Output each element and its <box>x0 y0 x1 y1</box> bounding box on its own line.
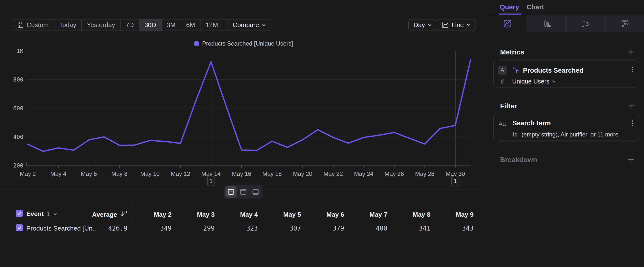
cell-value: 299 <box>172 225 214 232</box>
analytics-app: CustomTodayYesterday7D30D3M6M12MXTD Comp… <box>0 0 644 267</box>
x-axis-label: May 22 <box>324 170 343 177</box>
data-series-line <box>28 60 470 151</box>
line-chart: 1K800600400200May 2May 4May 6May 8May 10… <box>0 0 487 191</box>
breakdown-header: Breakdown <box>500 156 537 164</box>
query-sidebar: Query Chart <box>488 0 644 267</box>
x-axis-label: May 2 <box>20 170 36 177</box>
view-layout-control <box>224 185 263 199</box>
add-metric-button[interactable] <box>627 48 635 56</box>
filter-card[interactable]: Aa Search term Is (empty string), Air pu… <box>494 114 639 141</box>
metric-kebab-menu[interactable] <box>631 66 634 74</box>
row-average-value: 426.9 <box>0 225 128 232</box>
aggregation-prefix: # <box>500 78 504 85</box>
x-axis-label: May 28 <box>415 170 434 177</box>
metric-name: Products Searched <box>523 67 584 74</box>
chevron-down-icon <box>552 80 556 84</box>
y-axis-label: 200 <box>13 162 23 169</box>
table-row-border <box>0 236 487 236</box>
date-column-header: May 6 <box>301 211 344 218</box>
event-pointer-icon <box>512 66 521 75</box>
viz-tab-insights[interactable] <box>488 15 527 32</box>
x-axis-label: May 8 <box>112 170 128 177</box>
cell-value: 307 <box>258 225 301 232</box>
filter-property-name: Search term <box>512 119 551 127</box>
filter-operator[interactable]: Is <box>513 131 517 138</box>
date-column-header: May 4 <box>215 211 258 218</box>
add-filter-button[interactable] <box>627 102 635 110</box>
aggregation-dropdown[interactable]: Unique Users <box>512 78 556 85</box>
x-axis-label: May 24 <box>354 170 374 177</box>
table-only-view-icon <box>252 188 259 195</box>
viz-tab-bars[interactable] <box>527 15 566 32</box>
x-axis-label: May 10 <box>140 170 160 177</box>
viz-tab-flows[interactable] <box>566 15 606 32</box>
bar-chart-icon <box>542 19 551 28</box>
x-axis-label: May 6 <box>81 170 97 177</box>
viz-tab-more[interactable] <box>605 15 644 32</box>
cell-value: 379 <box>301 225 344 232</box>
cell-value: 323 <box>215 225 258 232</box>
y-axis-label: 1K <box>16 48 23 54</box>
y-axis-label: 800 <box>13 76 23 83</box>
date-column-header: May 2 <box>128 211 172 218</box>
table-header-border <box>0 219 487 219</box>
tab-query[interactable]: Query <box>500 4 519 11</box>
metrics-header: Metrics <box>500 48 524 56</box>
date-column-header: May 3 <box>172 211 214 218</box>
table-row: 349299323307379400341343 <box>128 225 474 232</box>
filter-header: Filter <box>500 102 517 110</box>
x-axis-label: May 4 <box>50 170 66 177</box>
more-apps-icon <box>620 19 629 28</box>
visualization-tabs <box>488 15 644 32</box>
aggregation-label: Unique Users <box>512 78 549 85</box>
x-axis-label: May 20 <box>293 170 312 177</box>
date-column-header: May 5 <box>258 211 301 218</box>
filter-value[interactable]: (empty string), Air purifier, or 11 more <box>522 131 618 138</box>
cell-value: 349 <box>128 225 172 232</box>
x-axis-label: May 26 <box>384 170 404 177</box>
filter-kebab-menu[interactable] <box>631 120 634 128</box>
x-axis-label: May 16 <box>232 170 252 177</box>
add-breakdown-button[interactable] <box>627 156 635 163</box>
x-axis-label: May 18 <box>262 170 282 177</box>
insights-line-icon <box>503 19 512 28</box>
chart-only-view-icon <box>240 188 247 195</box>
active-tab-underline <box>499 14 522 15</box>
metric-letter-badge: A <box>498 66 507 75</box>
x-axis-label: May 12 <box>171 170 190 177</box>
table-date-headers: May 2May 3May 4May 5May 6May 7May 8May 9 <box>128 211 474 218</box>
annotation-badge[interactable]: 1 <box>207 176 215 186</box>
y-axis-label: 600 <box>13 105 23 112</box>
filter-type-badge: Aa <box>498 120 506 127</box>
cell-value: 400 <box>344 225 387 232</box>
y-axis-label: 400 <box>13 134 23 140</box>
annotation-badge[interactable]: 1 <box>452 176 459 186</box>
tab-chart[interactable]: Chart <box>527 4 544 11</box>
date-column-header: May 9 <box>430 211 474 218</box>
flows-icon <box>581 19 590 28</box>
split-view-icon <box>227 188 235 195</box>
cell-value: 343 <box>430 225 474 232</box>
split-view-button[interactable] <box>225 186 237 197</box>
cell-value: 341 <box>387 225 430 232</box>
average-header[interactable]: Average <box>0 211 117 218</box>
date-column-header: May 7 <box>344 211 387 218</box>
table-only-view-button[interactable] <box>250 186 261 197</box>
date-column-header: May 8 <box>387 211 430 218</box>
chart-only-view-button[interactable] <box>238 186 249 197</box>
sort-icon[interactable] <box>120 210 127 217</box>
metric-card[interactable]: A Products Searched # Unique Users <box>494 60 639 87</box>
